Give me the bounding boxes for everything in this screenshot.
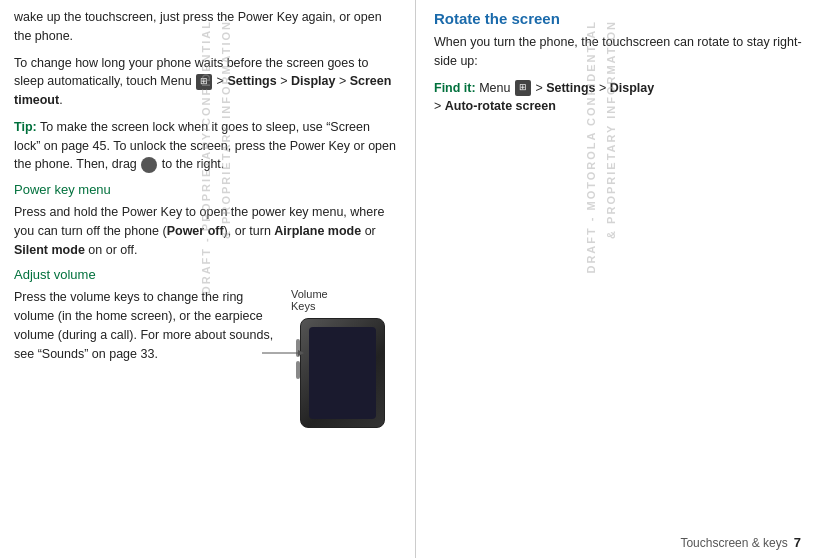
find-it-menu: Menu	[479, 81, 514, 95]
menu-icon-2	[515, 80, 531, 96]
volume-para: Press the volume keys to change the ring…	[14, 288, 279, 363]
rotate-screen-para: When you turn the phone, the touchscreen…	[434, 33, 803, 71]
volume-section: Press the volume keys to change the ring…	[14, 288, 397, 428]
right-column: Rotate the screen When you turn the phon…	[415, 0, 817, 558]
tip-label: Tip:	[14, 120, 37, 134]
page-container: wake up the touchscreen, just press the …	[0, 0, 817, 558]
tip-para: Tip: To make the screen lock when it goe…	[14, 118, 397, 174]
volume-keys-label: VolumeKeys	[291, 288, 328, 312]
volume-image-area: VolumeKeys	[287, 288, 397, 428]
circle-icon	[141, 157, 157, 173]
find-it-label: Find it:	[434, 81, 476, 95]
sleep-timeout-para: To change how long your phone waits befo…	[14, 54, 397, 110]
adjust-volume-heading: Adjust volume	[14, 267, 397, 282]
left-column: wake up the touchscreen, just press the …	[0, 0, 415, 558]
wake-up-para: wake up the touchscreen, just press the …	[14, 8, 397, 46]
footer-page-number: 7	[794, 535, 801, 550]
phone-image	[300, 318, 385, 428]
tip-suffix: to the right.	[162, 157, 225, 171]
find-it-auto-rotate: > Auto-rotate screen	[434, 99, 556, 113]
power-key-menu-para: Press and hold the Power Key to open the…	[14, 203, 397, 259]
footer-section-text: Touchscreen & keys	[680, 536, 787, 550]
volume-arrow-svg	[254, 328, 304, 388]
rotate-screen-heading: Rotate the screen	[434, 10, 803, 27]
find-it-para: Find it: Menu > Settings > Display > Aut…	[434, 79, 803, 117]
menu-icon	[196, 74, 212, 90]
find-it-settings: > Settings > Display	[535, 81, 654, 95]
volume-text: Press the volume keys to change the ring…	[14, 288, 279, 371]
power-key-menu-heading: Power key menu	[14, 182, 397, 197]
svg-marker-1	[298, 350, 304, 356]
page-footer: Touchscreen & keys 7	[680, 535, 801, 550]
